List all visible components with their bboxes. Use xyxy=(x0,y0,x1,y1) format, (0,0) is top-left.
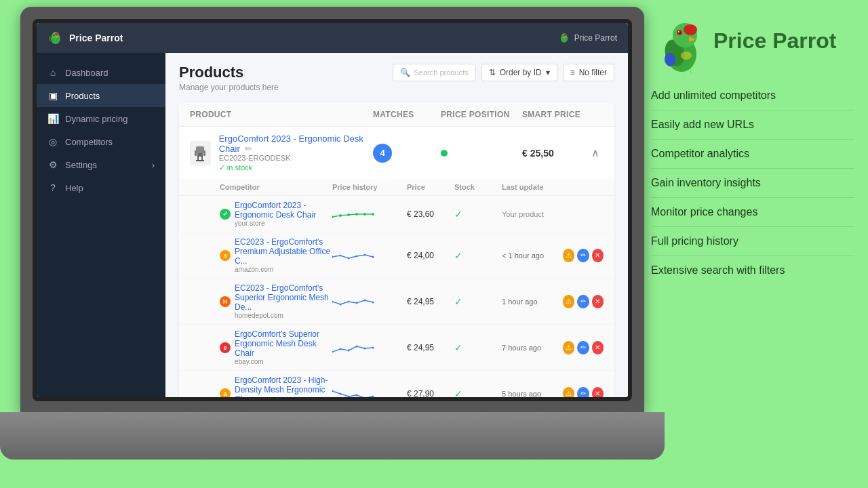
svg-point-49 xyxy=(684,24,697,35)
svg-point-53 xyxy=(681,52,692,60)
comp-product-name[interactable]: ErgoComfort 2023 - High-Density Mesh Erg… xyxy=(235,375,332,397)
laptop-shell: Price Parrot Price Parrot xyxy=(20,7,644,474)
product-image xyxy=(190,141,211,165)
svg-point-29 xyxy=(348,301,350,303)
feature-item-1: Easily add new URLs xyxy=(651,110,854,140)
sort-label: Order by ID xyxy=(500,68,542,77)
svg-point-25 xyxy=(364,254,366,256)
page-title-section: Products Manage your products here xyxy=(179,64,279,92)
expand-button[interactable]: ∧ xyxy=(587,145,604,161)
stock-check-icon: ✓ xyxy=(454,250,502,261)
comp-col-price-history: Price history xyxy=(332,183,407,191)
svg-point-34 xyxy=(340,348,342,350)
products-icon: ▣ xyxy=(47,90,58,101)
stock-check-icon: ✓ xyxy=(219,163,227,171)
svg-rect-11 xyxy=(203,150,205,156)
product-name[interactable]: ErgoComfort 2023 - Ergonomic Desk Chair … xyxy=(219,134,373,154)
header-parrot-icon xyxy=(47,30,64,46)
comp-price: € 24,95 xyxy=(407,297,454,306)
feature-list: Add unlimited competitorsEasily add new … xyxy=(651,81,854,285)
homedepot-logo: H xyxy=(220,296,231,307)
chart-icon: 📊 xyxy=(47,113,58,124)
sidebar-item-dashboard[interactable]: ⌂ Dashboard xyxy=(37,61,165,84)
smart-price-value: € 25,50 xyxy=(522,148,554,159)
comp-last-update: 7 hours ago xyxy=(502,344,563,352)
sidebar-item-competitors[interactable]: ◎ Competitors xyxy=(37,130,165,153)
sparkline-chart xyxy=(332,292,380,308)
comp-info-left: ✓ ErgoComfort 2023 - Ergonomic Desk Chai… xyxy=(220,201,332,227)
comp-col-last-update: Last update xyxy=(502,183,563,191)
products-table: Product Matches Price Position Smart pri… xyxy=(179,103,614,397)
svg-point-18 xyxy=(355,213,358,216)
comp-product-name[interactable]: EC2023 - ErgoComfort's Superior Ergonomi… xyxy=(235,283,332,312)
hero-parrot-svg xyxy=(651,14,712,75)
main-content: Products Manage your products here 🔍 Sea… xyxy=(165,53,628,397)
delete-button[interactable]: ✕ xyxy=(592,387,604,398)
col-price-position: Price Position xyxy=(441,110,522,119)
warning-button[interactable]: ⚠ xyxy=(563,249,574,262)
comp-col-actions xyxy=(563,183,604,191)
sidebar-item-label: Dynamic pricing xyxy=(65,114,127,124)
page-controls: 🔍 Search products ⇅ Order by ID ▾ ≡ xyxy=(393,64,614,81)
svg-point-31 xyxy=(364,300,366,302)
svg-rect-9 xyxy=(197,153,203,157)
comp-product-name[interactable]: ErgoComfort's Superior Ergonomic Mesh De… xyxy=(235,329,332,358)
comp-col-stock: Stock xyxy=(454,183,502,191)
feature-item-4: Monitor price changes xyxy=(651,198,854,227)
svg-point-17 xyxy=(347,214,350,216)
sidebar-item-help[interactable]: ? Help xyxy=(37,176,165,199)
search-box[interactable]: 🔍 Search products xyxy=(393,64,476,81)
comp-domain: ebay.com xyxy=(235,358,332,365)
header-parrot-icon-right xyxy=(558,32,570,44)
feature-item-5: Full pricing history xyxy=(651,227,854,256)
sidebar-item-products[interactable]: ▣ Products xyxy=(37,84,165,107)
svg-point-3 xyxy=(54,35,55,36)
comp-actions: ⚠ ✏ ✕ xyxy=(563,249,604,262)
svg-point-26 xyxy=(372,256,374,258)
delete-button[interactable]: ✕ xyxy=(592,341,604,354)
edit-button[interactable]: ✏ xyxy=(577,341,589,354)
delete-button[interactable]: ✕ xyxy=(592,295,604,308)
competitor-row-amazon-uk: a ErgoComfort 2023 - High-Density Mesh E… xyxy=(179,371,614,397)
warning-button[interactable]: ⚠ xyxy=(563,387,574,398)
feature-item-3: Gain inventory insights xyxy=(651,169,854,198)
search-icon: 🔍 xyxy=(400,68,410,77)
comp-sparkline-cell xyxy=(332,384,407,397)
comp-price: € 27,90 xyxy=(407,389,454,398)
warning-button[interactable]: ⚠ xyxy=(563,295,574,308)
competitors-table-header: Competitor Price history Price Stock Las… xyxy=(179,179,614,196)
your-store-logo: ✓ xyxy=(220,209,231,220)
matches-badge: 4 xyxy=(373,144,392,163)
parrot-hero: Price Parrot xyxy=(651,14,854,68)
filter-button[interactable]: ≡ No filter xyxy=(563,64,614,81)
sidebar-item-settings[interactable]: ⚙ Settings › xyxy=(37,153,165,176)
comp-last-update: 1 hour ago xyxy=(502,298,563,306)
edit-button[interactable]: ✏ xyxy=(577,387,589,398)
filter-label: No filter xyxy=(579,68,607,77)
comp-name-section: EC2023 - ErgoComfort's Premium Adjustabl… xyxy=(235,237,332,273)
competitors-section: Competitor Price history Price Stock Las… xyxy=(179,179,614,397)
edit-button[interactable]: ✏ xyxy=(577,249,589,262)
comp-name-section: ErgoComfort's Superior Ergonomic Mesh De… xyxy=(235,329,332,365)
edit-button[interactable]: ✏ xyxy=(577,295,589,308)
warning-button[interactable]: ⚠ xyxy=(563,341,574,354)
svg-point-23 xyxy=(348,258,350,260)
delete-button[interactable]: ✕ xyxy=(592,249,604,262)
col-matches: Matches xyxy=(373,110,441,119)
comp-price: € 23,60 xyxy=(407,209,454,219)
page-subtitle: Manage your products here xyxy=(179,83,279,92)
comp-sparkline-cell xyxy=(332,292,407,310)
matches-cell: 4 xyxy=(373,144,441,163)
table-header-row: Product Matches Price Position Smart pri… xyxy=(179,103,614,127)
comp-product-name[interactable]: EC2023 - ErgoComfort's Premium Adjustabl… xyxy=(235,237,332,266)
comp-col-competitor: Competitor xyxy=(220,183,332,191)
sidebar-item-dynamic-pricing[interactable]: 📊 Dynamic pricing xyxy=(37,107,165,130)
svg-point-32 xyxy=(372,302,374,304)
page-title: Products xyxy=(179,64,279,81)
sort-dropdown[interactable]: ⇅ Order by ID ▾ xyxy=(481,64,557,81)
header-right-brand-label: Price Parrot xyxy=(574,33,617,43)
laptop-body: Price Parrot Price Parrot xyxy=(20,7,644,413)
svg-point-2 xyxy=(55,33,59,36)
comp-product-name[interactable]: ErgoComfort 2023 - Ergonomic Desk Chair xyxy=(235,201,332,220)
your-store-badge: Your product xyxy=(502,210,563,218)
